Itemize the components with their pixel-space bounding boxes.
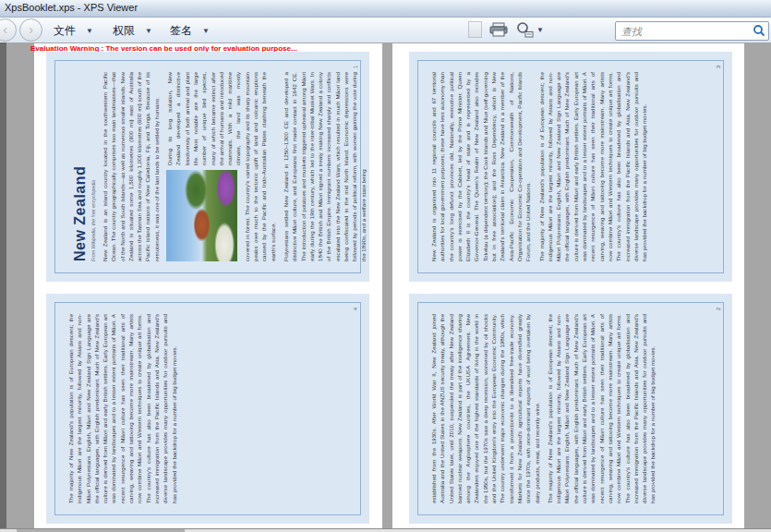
menu-file[interactable]: 文件 ▼ bbox=[54, 23, 93, 38]
zoom-button[interactable]: ▼ bbox=[515, 21, 544, 38]
menu-permissions[interactable]: 权限 ▼ bbox=[113, 23, 152, 38]
document-icon bbox=[468, 21, 482, 38]
outline-button[interactable] bbox=[468, 21, 482, 38]
back-button[interactable]: ‹ bbox=[0, 18, 17, 42]
chevron-down-icon: ▼ bbox=[86, 27, 93, 35]
window-title: XpsBooklet.xps - XPS Viewer bbox=[5, 2, 138, 13]
chevron-down-icon: ▼ bbox=[536, 26, 544, 34]
document-canvas: Evaluation Warning : The version can be … bbox=[0, 42, 771, 532]
page-3: New Zealand is organised into 11 regiona… bbox=[409, 52, 732, 282]
search-box bbox=[615, 21, 769, 41]
menu-permissions-label: 权限 bbox=[113, 23, 135, 39]
booklet-sheet-1: Evaluation Warning : The version can be … bbox=[34, 43, 382, 529]
menu-bar: ‹ › 文件 ▼ 权限 ▼ 签名 ▼ bbox=[0, 18, 771, 43]
menu-signatures[interactable]: 签名 ▼ bbox=[170, 23, 210, 38]
page-2: established from the 1930s. After World … bbox=[409, 294, 732, 524]
printer-icon bbox=[489, 22, 508, 37]
page-border-frame bbox=[417, 60, 724, 273]
chevron-down-icon: ▼ bbox=[202, 27, 210, 35]
booklet-sheet-2: New Zealand is organised into 11 regiona… bbox=[392, 43, 744, 529]
page-border-frame bbox=[54, 302, 361, 515]
page-4: The majority of New Zealand's population… bbox=[46, 294, 369, 524]
zoom-icon bbox=[515, 21, 534, 38]
print-button[interactable] bbox=[489, 22, 508, 37]
search-input[interactable] bbox=[620, 23, 749, 39]
forward-button[interactable]: › bbox=[19, 18, 42, 42]
title-bar: XpsBooklet.xps - XPS Viewer bbox=[0, 0, 771, 18]
chevron-down-icon: ▼ bbox=[145, 27, 152, 35]
page-1: New Zealand From Wikipedia, the free enc… bbox=[46, 52, 369, 282]
menu-signatures-label: 签名 bbox=[170, 23, 192, 39]
canvas-left-edge bbox=[0, 42, 6, 529]
xps-viewer-window: XpsBooklet.xps - XPS Viewer ‹ › 文件 ▼ 权限 … bbox=[0, 0, 771, 532]
search-icon[interactable] bbox=[753, 24, 765, 37]
horizontal-scrollbar[interactable] bbox=[0, 528, 771, 532]
page-border-frame bbox=[54, 60, 361, 273]
menu-file-label: 文件 bbox=[54, 23, 76, 39]
page-border-frame bbox=[417, 302, 724, 515]
